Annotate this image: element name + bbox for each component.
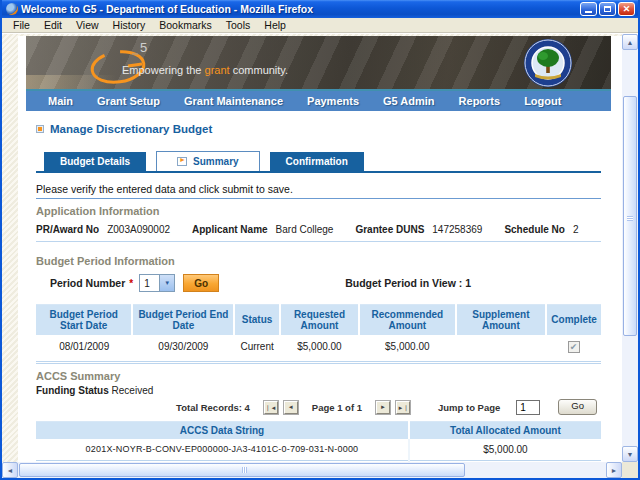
scroll-down-icon[interactable]: ▼ [622,446,638,462]
tab-summary[interactable]: Summary [156,151,260,171]
funding-status-label: Funding Status [36,385,109,396]
vertical-scrollbar[interactable]: ▲ ▼ [622,34,638,462]
nav-payments[interactable]: Payments [307,95,359,107]
budget-period-row: 08/01/2009 09/30/2009 Current $5,000.00 … [36,335,601,359]
applicant-name-value: Bard College [276,224,334,235]
accs-string-cell: 0201X-NOYR-B-CONV-EP000000-JA3-4101C-0-7… [36,439,409,461]
pagination-bar: Total Records: 4 ❘◄ ◄ Page 1 of 1 ► ►❘ J… [36,398,601,417]
instruction-text: Please verify the entered data and click… [36,183,601,195]
grantee-duns-value: 147258369 [432,224,482,235]
menu-history[interactable]: History [106,18,153,32]
col-supplement: Supplement Amount [456,305,547,335]
menu-file[interactable]: File [6,18,37,32]
nav-reports[interactable]: Reports [459,95,501,107]
grantee-duns-label: Grantee DUNS [355,224,424,235]
col-recommended: Recommended Amount [359,305,455,335]
col-total-allocated: Total Allocated Amount [409,421,601,439]
dept-education-seal-icon [523,38,573,89]
window-title: Welcome to G5 - Department of Education … [21,3,580,15]
g5-banner: 5 Empowering the grant community. [26,36,611,89]
funding-status-value: Received [112,385,154,396]
menu-help[interactable]: Help [257,18,293,32]
last-page-button[interactable]: ►❘ [396,401,410,414]
budget-period-table: Budget Period Start Date Budget Period E… [36,304,601,359]
col-requested: Requested Amount [280,305,359,335]
period-number-select[interactable]: 1 ▼ [139,274,175,292]
page-title-row: Manage Discretionary Budget [36,123,601,135]
browser-viewport: 5 Empowering the grant community. [2,34,638,478]
minimize-button[interactable] [580,2,597,16]
jump-go-button[interactable]: Go [558,399,597,415]
jump-to-page-input[interactable] [516,400,540,415]
svg-text:5: 5 [140,40,147,55]
close-button[interactable]: ✕ [618,2,635,16]
menu-bookmarks[interactable]: Bookmarks [152,18,219,32]
jump-to-page-label: Jump to Page [438,402,500,413]
schedule-no-value: 2 [573,224,579,235]
menu-bar: File Edit View History Bookmarks Tools H… [2,18,638,33]
scroll-left-icon[interactable]: ◄ [2,462,18,478]
funding-status-row: Funding Status Received [36,385,601,396]
accs-table: ACCS Data String Total Allocated Amount … [36,421,601,463]
menu-edit[interactable]: Edit [37,18,69,32]
schedule-no-label: Schedule No [504,224,565,235]
banner-tagline: Empowering the grant community. [122,64,288,76]
requested-cell: $5,000.00 [280,335,359,359]
horizontal-scroll-thumb[interactable] [19,463,465,477]
next-page-button[interactable]: ► [376,401,390,414]
title-bar: Welcome to G5 - Department of Education … [2,0,638,18]
tab-budget-details[interactable]: Budget Details [44,152,146,171]
total-records: Total Records: 4 [176,402,250,413]
horizontal-scrollbar[interactable]: ◄ ► [2,462,622,478]
chevron-down-icon[interactable]: ▼ [159,275,174,291]
application-info-fields: PR/Award No Z003A090002 Applicant Name B… [36,224,601,235]
start-date-cell: 08/01/2009 [36,335,132,359]
tab-bar: Budget Details Summary Confirmation [36,151,601,173]
accs-summary-title: ACCS Summary [36,370,601,382]
main-nav: Main Grant Setup Grant Maintenance Payme… [26,89,611,111]
scrollbar-corner [622,462,638,478]
nav-grant-setup[interactable]: Grant Setup [97,95,160,107]
browser-window: Welcome to G5 - Department of Education … [0,0,640,480]
complete-checkbox[interactable]: ✔ [568,341,580,353]
budget-period-title: Budget Period Information [36,255,601,267]
col-status: Status [234,305,279,335]
pr-award-label: PR/Award No [36,224,99,235]
first-page-button[interactable]: ❘◄ [264,401,278,414]
active-tab-icon [177,157,187,166]
nav-g5-admin[interactable]: G5 Admin [383,95,435,107]
bullet-icon [36,125,44,133]
nav-main[interactable]: Main [48,95,73,107]
nav-grant-maintenance[interactable]: Grant Maintenance [184,95,283,107]
accs-row: 0201X-NOYR-B-CONV-EP000000-JA3-4101C-0-7… [36,439,601,461]
accs-amount-cell: $5,000.00 [409,439,601,461]
applicant-name-label: Applicant Name [192,224,268,235]
period-go-button[interactable]: Go [183,274,219,292]
menu-view[interactable]: View [69,18,106,32]
application-info-title: Application Information [36,205,601,217]
period-number-label: Period Number [50,277,125,289]
end-date-cell: 09/30/2009 [132,335,234,359]
complete-cell: ✔ [546,335,601,359]
prev-page-button[interactable]: ◄ [284,401,298,414]
col-complete: Complete [546,305,601,335]
divider [36,198,601,199]
col-start-date: Budget Period Start Date [36,305,132,335]
nav-logout[interactable]: Logout [524,95,561,107]
recommended-cell: $5,000.00 [359,335,455,359]
menu-tools[interactable]: Tools [219,18,258,32]
scroll-up-icon[interactable]: ▲ [622,34,638,50]
restore-button[interactable] [599,2,616,16]
period-selector-row: Period Number * 1 ▼ Go Budget Period in … [36,274,601,292]
supplement-cell [456,335,547,359]
page-title: Manage Discretionary Budget [50,123,212,135]
pr-award-value: Z003A090002 [107,224,170,235]
col-accs-data-string: ACCS Data String [36,421,409,439]
scroll-right-icon[interactable]: ► [606,462,622,478]
vertical-scroll-thumb[interactable] [623,96,637,336]
page-indicator: Page 1 of 1 [312,402,362,413]
divider [36,361,601,364]
budget-period-in-view: Budget Period in View : 1 [345,277,471,289]
divider [36,241,601,242]
tab-confirmation[interactable]: Confirmation [270,152,364,171]
